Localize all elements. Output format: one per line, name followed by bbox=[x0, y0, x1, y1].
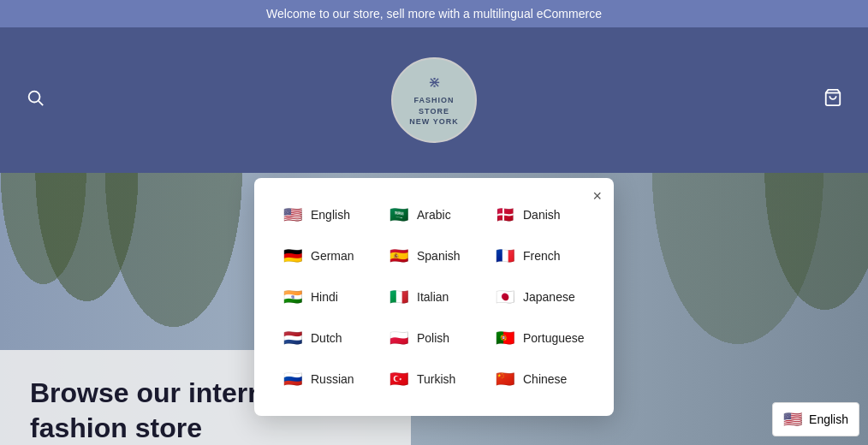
main-content: Browse our international fashion store ×… bbox=[0, 173, 868, 445]
lang-item-spanish[interactable]: 🇪🇸 Spanish bbox=[384, 240, 484, 272]
lang-item-italian[interactable]: 🇮🇹 Italian bbox=[384, 281, 484, 313]
flag-japanese: 🇯🇵 bbox=[494, 286, 516, 308]
logo-icon: ⋇ bbox=[428, 73, 441, 92]
lang-name-chinese: Chinese bbox=[523, 372, 567, 386]
lang-name-turkish: Turkish bbox=[417, 372, 455, 386]
lang-item-danish[interactable]: 🇩🇰 Danish bbox=[490, 199, 590, 231]
flag-portuguese: 🇵🇹 bbox=[494, 327, 516, 349]
flag-turkish: 🇹🇷 bbox=[388, 368, 410, 390]
lang-item-english[interactable]: 🇺🇸 English bbox=[278, 199, 378, 231]
flag-italian: 🇮🇹 bbox=[388, 286, 410, 308]
lang-name-spanish: Spanish bbox=[417, 249, 461, 263]
logo: ⋇ FASHION STORE NEW YORK bbox=[391, 57, 477, 143]
cart-icon[interactable] bbox=[823, 88, 842, 112]
header: ⋇ FASHION STORE NEW YORK bbox=[0, 27, 868, 173]
modal-overlay: × 🇺🇸 English 🇸🇦 Arabic 🇩🇰 Danish � bbox=[0, 173, 868, 445]
flag-hindi: 🇮🇳 bbox=[282, 286, 304, 308]
lang-item-russian[interactable]: 🇷🇺 Russian bbox=[278, 363, 378, 395]
lang-name-japanese: Japanese bbox=[523, 290, 575, 304]
lang-name-portuguese: Portuguese bbox=[523, 331, 585, 345]
lang-item-japanese[interactable]: 🇯🇵 Japanese bbox=[490, 281, 590, 313]
flag-dutch: 🇳🇱 bbox=[282, 327, 304, 349]
lang-item-arabic[interactable]: 🇸🇦 Arabic bbox=[384, 199, 484, 231]
flag-arabic: 🇸🇦 bbox=[388, 204, 410, 226]
language-grid: 🇺🇸 English 🇸🇦 Arabic 🇩🇰 Danish 🇩🇪 German bbox=[278, 199, 590, 395]
flag-french: 🇫🇷 bbox=[494, 245, 516, 267]
lang-name-arabic: Arabic bbox=[417, 208, 451, 222]
flag-danish: 🇩🇰 bbox=[494, 204, 516, 226]
lang-name-polish: Polish bbox=[417, 331, 449, 345]
lang-item-french[interactable]: 🇫🇷 French bbox=[490, 240, 590, 272]
svg-line-1 bbox=[39, 101, 43, 105]
lang-item-turkish[interactable]: 🇹🇷 Turkish bbox=[384, 363, 484, 395]
flag-russian: 🇷🇺 bbox=[282, 368, 304, 390]
top-banner: Welcome to our store, sell more with a m… bbox=[0, 0, 868, 27]
lang-item-hindi[interactable]: 🇮🇳 Hindi bbox=[278, 281, 378, 313]
language-selector[interactable]: 🇺🇸 English bbox=[772, 402, 859, 436]
lang-name-russian: Russian bbox=[311, 372, 354, 386]
lang-item-dutch[interactable]: 🇳🇱 Dutch bbox=[278, 322, 378, 354]
lang-name-danish: Danish bbox=[523, 208, 561, 222]
logo-text: FASHION STORE NEW YORK bbox=[409, 95, 458, 128]
modal-close-button[interactable]: × bbox=[592, 188, 602, 204]
lang-name-french: French bbox=[523, 249, 561, 263]
lang-item-polish[interactable]: 🇵🇱 Polish bbox=[384, 322, 484, 354]
lang-name-english: English bbox=[311, 208, 350, 222]
banner-text: Welcome to our store, sell more with a m… bbox=[266, 7, 602, 21]
flag-german: 🇩🇪 bbox=[282, 245, 304, 267]
lang-item-portuguese[interactable]: 🇵🇹 Portuguese bbox=[490, 322, 590, 354]
lang-name-hindi: Hindi bbox=[311, 290, 338, 304]
lang-name-dutch: Dutch bbox=[311, 331, 342, 345]
lang-item-chinese[interactable]: 🇨🇳 Chinese bbox=[490, 363, 590, 395]
flag-spanish: 🇪🇸 bbox=[388, 245, 410, 267]
language-selector-label: English bbox=[809, 412, 848, 426]
lang-name-italian: Italian bbox=[417, 290, 449, 304]
search-icon[interactable] bbox=[26, 88, 45, 112]
svg-point-0 bbox=[29, 92, 40, 103]
language-selector-flag: 🇺🇸 bbox=[783, 410, 802, 429]
flag-english: 🇺🇸 bbox=[282, 204, 304, 226]
flag-chinese: 🇨🇳 bbox=[494, 368, 516, 390]
lang-item-german[interactable]: 🇩🇪 German bbox=[278, 240, 378, 272]
language-modal: × 🇺🇸 English 🇸🇦 Arabic 🇩🇰 Danish � bbox=[254, 178, 614, 416]
flag-polish: 🇵🇱 bbox=[388, 327, 410, 349]
lang-name-german: German bbox=[311, 249, 354, 263]
